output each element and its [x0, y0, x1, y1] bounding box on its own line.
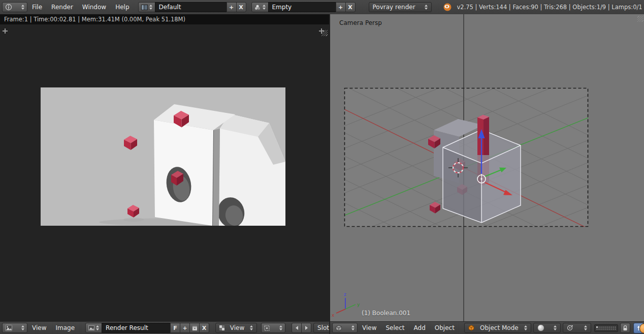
add-screen-button[interactable]: +	[227, 2, 237, 12]
resize-grip[interactable]	[321, 30, 328, 36]
viewport-canvas[interactable]: z y x Camera Persp (1) Boolean.001	[330, 14, 644, 321]
delete-screen-button[interactable]: X	[236, 2, 246, 12]
menu-image[interactable]: Image	[51, 324, 79, 331]
viewport-scene[interactable]: z y x	[330, 14, 644, 321]
image-name-field[interactable]: Render Result	[102, 323, 171, 333]
blender-window: File Render Window Help Default + X	[0, 0, 644, 334]
display-channels-button[interactable]	[261, 323, 285, 333]
viewport-panel: z y x Camera Persp (1) Boolean.001 View …	[329, 14, 644, 334]
layers-widget[interactable]	[594, 324, 618, 332]
delete-scene-button[interactable]: X	[345, 2, 356, 12]
chevron-updown-icon	[96, 325, 99, 330]
resize-grip[interactable]	[637, 16, 643, 22]
render-info-bar: Frame:1 | Time:00:02.81 | Mem:31.41M (0.…	[0, 14, 329, 24]
mode-dropdown[interactable]: Object Mode	[464, 323, 531, 333]
browse-image-button[interactable]	[85, 323, 102, 333]
fake-user-button[interactable]: F	[170, 323, 180, 333]
editor-type-button[interactable]	[2, 323, 27, 333]
shading-dropdown[interactable]	[533, 323, 561, 333]
chevron-updown-icon	[554, 325, 557, 330]
chevron-updown-icon	[351, 325, 355, 330]
svg-text:z: z	[344, 292, 346, 297]
pack-image-button[interactable]	[189, 323, 200, 333]
channels-icon	[264, 325, 270, 331]
scene-selector: Empty + X	[251, 2, 356, 12]
checker-icon	[219, 325, 224, 330]
menu-window[interactable]: Window	[78, 4, 111, 11]
menu-view[interactable]: View	[27, 324, 51, 331]
image-editor-panel: Frame:1 | Time:00:02.81 | Mem:31.41M (0.…	[0, 14, 329, 334]
viewport-header: View Select Add Object Object Mode	[330, 321, 644, 334]
image-editor-icon	[5, 325, 12, 331]
chevron-updown-icon	[250, 325, 253, 330]
shading-sphere-icon	[537, 324, 544, 331]
screen-layout-selector: Default + X	[138, 2, 246, 12]
image-datablock-selector: Render Result F + X	[85, 323, 209, 333]
status-text: v2.75 | Verts:144 | Faces:90 | Tris:268 …	[457, 4, 644, 11]
menu-select[interactable]: Select	[381, 324, 409, 331]
screen-layout-name-field[interactable]: Default	[155, 2, 227, 12]
editor-type-button[interactable]	[332, 323, 358, 333]
image-icon	[88, 325, 94, 330]
object-mode-icon	[468, 325, 474, 331]
svg-text:y: y	[357, 302, 360, 307]
chevron-updown-icon	[21, 5, 24, 10]
info-header: File Render Window Help Default + X	[0, 0, 644, 15]
expand-region-icon[interactable]	[2, 27, 9, 35]
chevron-updown-icon	[279, 325, 282, 330]
screen-layout-browse-button[interactable]	[138, 2, 155, 12]
chevron-updown-icon	[524, 325, 527, 330]
active-object-label: (1) Boolean.001	[362, 310, 410, 317]
screen-layout-icon	[141, 5, 148, 10]
render-engine-dropdown[interactable]: Povray render	[369, 2, 432, 12]
scene-name-field[interactable]: Empty	[268, 2, 336, 12]
menu-render[interactable]: Render	[47, 4, 78, 11]
menu-help[interactable]: Help	[111, 4, 134, 11]
pivot-dropdown[interactable]	[563, 323, 591, 333]
svg-text:x: x	[332, 313, 335, 318]
new-image-button[interactable]: +	[180, 323, 190, 333]
editor-type-button[interactable]	[2, 2, 27, 12]
blender-logo-icon	[443, 3, 452, 12]
menu-view[interactable]: View	[358, 324, 381, 331]
lock-to-scene-button[interactable]	[620, 323, 630, 333]
scene-icon	[254, 5, 261, 10]
menu-object[interactable]: Object	[430, 324, 459, 331]
left-arrow-icon	[296, 326, 298, 330]
view-mode-dropdown[interactable]: View	[215, 323, 257, 333]
chevron-updown-icon	[584, 325, 587, 330]
chevron-updown-icon	[149, 5, 152, 10]
add-scene-button[interactable]: +	[336, 2, 346, 12]
image-canvas[interactable]	[0, 24, 329, 321]
3d-viewport-icon	[335, 325, 342, 331]
chevron-updown-icon	[263, 5, 266, 10]
prev-slot-button[interactable]	[292, 323, 302, 333]
scene-browse-button[interactable]	[251, 2, 269, 12]
pack-icon	[192, 325, 198, 331]
lock-icon	[623, 325, 628, 331]
info-editor-icon	[5, 4, 12, 11]
chevron-updown-icon	[21, 325, 24, 330]
next-slot-button[interactable]	[301, 323, 311, 333]
slot-dropdown[interactable]: Slot 1	[313, 323, 329, 333]
pivot-icon	[567, 325, 573, 331]
rendered-image	[41, 87, 285, 226]
chevron-updown-icon	[425, 5, 428, 10]
right-arrow-icon	[305, 326, 308, 330]
slot-navigation	[292, 323, 311, 333]
unlink-image-button[interactable]: X	[199, 323, 209, 333]
view-name-label: Camera Persp	[339, 19, 382, 26]
menu-file[interactable]: File	[27, 4, 47, 11]
menu-add[interactable]: Add	[409, 324, 430, 331]
image-editor-header: View Image Render Result F +	[0, 321, 329, 334]
